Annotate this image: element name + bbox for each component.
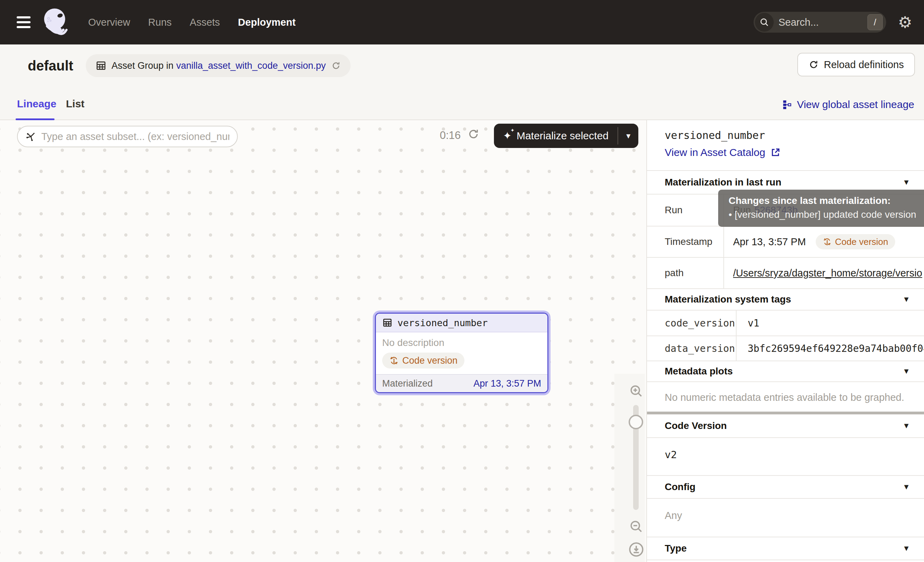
graph-refresh-icon[interactable]	[467, 128, 480, 140]
materialize-selected-button[interactable]: ✦✦ Materialize selected ▾	[494, 124, 638, 148]
materialized-status-label: Materialized	[382, 378, 433, 389]
download-image-icon[interactable]	[628, 541, 645, 558]
section-metadata-plots[interactable]: Metadata plots ▼	[647, 361, 924, 382]
code-version-value: v2	[665, 449, 677, 461]
asset-group-pill: Asset Group in vanilla_asset_with_code_v…	[86, 54, 351, 77]
view-global-asset-lineage-label: View global asset lineage	[797, 99, 914, 110]
tag-key: code_version	[647, 311, 736, 335]
chevron-down-icon[interactable]: ▼	[903, 482, 910, 491]
page-title: default	[28, 58, 73, 74]
section-code-version[interactable]: Code Version ▼	[647, 415, 924, 437]
timestamp-code-version-badge[interactable]: Code version	[816, 234, 895, 249]
section-title: Metadata plots	[665, 366, 733, 377]
asset-group-grid-icon	[96, 60, 106, 71]
search-input[interactable]	[778, 17, 867, 28]
section-title: Type	[665, 543, 687, 554]
asset-graph-canvas[interactable]: 0:16 ✦✦ Materialize selected ▾ versioned…	[0, 120, 646, 562]
reload-definitions-label: Reload definitions	[824, 59, 904, 71]
tag-value: v1	[748, 317, 759, 329]
asset-group-prefix: Asset Group in	[111, 60, 174, 71]
changes-since-materialization-tooltip: Changes since last materialization: • [v…	[718, 190, 924, 227]
lineage-graph-icon	[782, 99, 792, 110]
materialize-dropdown-caret[interactable]: ▾	[618, 124, 638, 148]
nav-deployment[interactable]: Deployment	[238, 17, 296, 28]
section-config[interactable]: Config ▼	[647, 475, 924, 498]
dagster-logo[interactable]	[40, 6, 72, 39]
section-type[interactable]: Type ▼	[647, 536, 924, 560]
global-search[interactable]: /	[754, 12, 886, 33]
code-version-value-row	[647, 437, 924, 475]
path-row-label: path	[647, 258, 724, 288]
tooltip-title: Changes since last materialization:	[729, 195, 924, 206]
tab-lineage[interactable]: Lineage	[17, 98, 56, 110]
timestamp-row: Timestamp Apr 13, 3:57 PM Code version	[647, 226, 924, 257]
tooltip-change-item: • [versioned_number] updated code versio…	[729, 209, 924, 220]
chevron-down-icon[interactable]: ▼	[903, 367, 910, 376]
zoom-in-icon[interactable]	[628, 383, 644, 399]
section-materialization-system-tags[interactable]: Materialization system tags ▼	[647, 288, 924, 310]
tag-row-code-version: code_version v1	[647, 310, 924, 335]
zoom-slider-handle[interactable]	[628, 415, 643, 429]
zoom-out-icon[interactable]	[628, 519, 644, 534]
code-version-change-icon	[389, 356, 399, 365]
asset-table-icon	[382, 317, 393, 328]
materialized-timestamp-link[interactable]: Apr 13, 3:57 PM	[474, 378, 541, 389]
asset-node-versioned-number[interactable]: versioned_number No description Code ver…	[375, 313, 548, 393]
tabs-row: Lineage List View global asset lineage	[0, 88, 924, 120]
config-value: Any	[665, 510, 682, 521]
timestamp-row-label: Timestamp	[647, 227, 724, 257]
code-version-changed-badge[interactable]: Code version	[382, 353, 464, 368]
sidebar-asset-name: versioned_number	[665, 129, 765, 141]
op-selector-icon	[26, 131, 36, 142]
asset-subset-input[interactable]	[41, 131, 230, 143]
search-shortcut-key: /	[867, 14, 883, 30]
run-row-label: Run	[647, 194, 724, 226]
metadata-plots-empty-text: No numeric metadata entries available to…	[665, 392, 904, 403]
nav-assets[interactable]: Assets	[190, 17, 220, 28]
tag-key: data_version	[647, 336, 736, 361]
nav-overview[interactable]: Overview	[88, 17, 130, 28]
view-in-asset-catalog-label: View in Asset Catalog	[665, 147, 765, 158]
type-row-top-border	[647, 560, 924, 562]
timestamp-value: Apr 13, 3:57 PM	[733, 236, 806, 248]
path-value-link[interactable]: /Users/sryza/dagster_home/storage/versio	[733, 267, 922, 279]
section-title: Code Version	[665, 420, 727, 431]
external-link-icon	[770, 147, 781, 158]
materialize-sparkle-icon: ✦✦	[503, 131, 512, 141]
view-in-asset-catalog-link[interactable]: View in Asset Catalog	[665, 147, 781, 158]
path-row: path /Users/sryza/dagster_home/storage/v…	[647, 257, 924, 288]
materialize-selected-label: Materialize selected	[516, 130, 609, 142]
asset-node-body: No description Code version	[376, 332, 548, 374]
reload-definitions-button[interactable]: Reload definitions	[797, 53, 915, 77]
tab-list[interactable]: List	[66, 98, 84, 110]
asset-node-title: versioned_number	[398, 317, 488, 328]
hamburger-menu-icon[interactable]	[16, 17, 30, 28]
section-title: Materialization system tags	[665, 294, 791, 305]
section-title: Materialization in last run	[665, 177, 782, 188]
asset-node-description: No description	[382, 337, 541, 349]
chevron-down-icon[interactable]: ▼	[903, 295, 910, 304]
asset-details-sidebar: versioned_number View in Asset Catalog M…	[646, 120, 924, 562]
refresh-code-location-icon[interactable]	[331, 61, 341, 71]
nav-runs[interactable]: Runs	[148, 17, 172, 28]
code-version-badge-label: Code version	[402, 355, 458, 366]
config-value-row	[647, 498, 924, 536]
chevron-down-icon[interactable]: ▼	[903, 544, 910, 553]
view-global-asset-lineage-link[interactable]: View global asset lineage	[782, 99, 914, 110]
timestamp-badge-label: Code version	[835, 236, 888, 247]
page-header: default Asset Group in vanilla_asset_wit…	[0, 45, 924, 120]
search-icon	[755, 13, 774, 32]
top-navigation-bar: Overview Runs Assets Deployment / ⚙	[0, 0, 924, 45]
chevron-down-icon[interactable]: ▼	[903, 178, 910, 187]
chevron-down-icon[interactable]: ▼	[903, 421, 910, 430]
refresh-countdown-timer: 0:16	[440, 129, 460, 142]
asset-node-header: versioned_number	[376, 314, 548, 332]
settings-gear-icon[interactable]: ⚙	[898, 14, 912, 30]
definition-divider	[647, 412, 924, 415]
tag-value: 3bfc269594ef649228e9a74bab00f04	[748, 343, 924, 354]
reload-icon	[808, 59, 819, 70]
section-title: Config	[665, 481, 696, 493]
tag-row-data-version: data_version 3bfc269594ef649228e9a74bab0…	[647, 335, 924, 361]
asset-group-file-link[interactable]: vanilla_asset_with_code_version.py	[176, 60, 326, 71]
asset-subset-filter[interactable]	[17, 126, 238, 147]
